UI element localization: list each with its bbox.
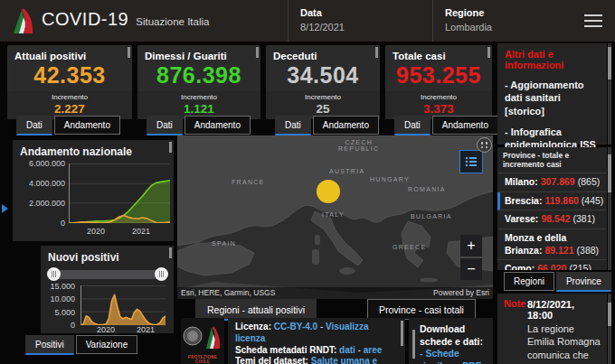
menu-icon[interactable] (584, 14, 602, 27)
temi-label: Temi del dataset: (235, 356, 308, 364)
card-attuali-positivi: Attuali positivi 42.353 Incremento 2.227 (7, 45, 132, 115)
metadata-aree-link[interactable]: aree (364, 345, 383, 355)
header-divider (288, 0, 289, 42)
time-range-slider[interactable] (53, 270, 162, 279)
panel-download: Download schede e dati: - Schede riepilo… (409, 318, 493, 364)
panel-note: Note 8/12/2021, 18:00 La regione Emilia … (497, 294, 607, 364)
card-dimessi-guariti: Dimessi / Guariti 876.398 Incremento 1.1… (137, 45, 260, 115)
nuovi-positivi-chart[interactable] (80, 285, 166, 325)
province-name: Brescia: (505, 195, 542, 206)
scrollbar[interactable] (608, 147, 611, 270)
scrollbar[interactable] (608, 43, 611, 145)
separator: - (317, 322, 326, 331)
download-pdf-link[interactable]: - Schede riepilogo PDF (420, 348, 486, 364)
tab-andamento[interactable]: Andamento (432, 116, 498, 135)
tab-variazione[interactable]: Variazione (76, 335, 138, 354)
header-date: Data 8/12/2021 (300, 7, 345, 33)
province-row-milano[interactable]: Milano:307.869(865) (497, 173, 607, 192)
download-title: Download schede e dati: (420, 323, 486, 348)
map-tabs: Regioni - attuali positivi Province - ca… (195, 299, 476, 318)
card-scrollbar[interactable] (487, 47, 490, 58)
province-row-monza[interactable]: Monza e della Brianza:89.121(388) (497, 229, 607, 260)
map-label-romania: ROMANIA (408, 186, 446, 192)
province-panel-title: Province - totale e incremento casi (497, 147, 607, 173)
panel-scrollbar[interactable] (401, 321, 403, 346)
map-label-hungary: HUNGARY (370, 176, 410, 182)
tab-dati[interactable]: Dati (16, 116, 52, 135)
tab-andamento[interactable]: Andamento (313, 116, 379, 135)
y-tick: 2.000.000 (18, 199, 65, 208)
link-aggiornamento-dati[interactable]: - Aggiornamento dati sanitari [storico] (505, 79, 600, 117)
tab-province-casi-totali[interactable]: Province - casi totali (367, 299, 476, 320)
slider-handle-right[interactable] (155, 267, 168, 281)
card-scrollbar[interactable] (128, 47, 130, 58)
increment-label: Incremento (385, 93, 492, 101)
header-region: Regione Lombardia (445, 7, 492, 33)
panel-scrollbar[interactable] (169, 142, 172, 153)
note-timestamp: 8/12/2021, 18:00 (527, 299, 601, 321)
tab-province[interactable]: Province (556, 272, 611, 292)
card-scrollbar[interactable] (375, 47, 378, 58)
header: COVID-19 Situazione Italia Data 8/12/202… (0, 0, 615, 42)
map-label-czech: CZECH REPUBLIC (338, 139, 379, 152)
tab-dati[interactable]: Dati (275, 116, 311, 135)
scrollbar[interactable] (608, 294, 611, 364)
map-legend-button[interactable] (459, 150, 483, 173)
license-line: Licenza: CC-BY-4.0 - Visualizza licenza (235, 322, 398, 345)
metadata-label: Scheda metadati RNDT: (235, 345, 336, 355)
card-deceduti: Deceduti 34.504 Incremento 25 (266, 45, 380, 115)
map-label-austria: AUSTRIA (329, 168, 364, 174)
panel-scrollbar[interactable] (169, 247, 172, 258)
province-increment: (865) (578, 176, 601, 187)
province-row-varese[interactable]: Varese:98.542(381) (497, 210, 607, 229)
province-total: 307.869 (541, 176, 575, 187)
metadata-dati-link[interactable]: dati (339, 345, 355, 355)
attribution-text: Esri, HERE, Garmin, USGS (181, 287, 275, 299)
protezione-civile-logo: PROTEZIONE CIVILE (181, 318, 224, 364)
y-tick: 5.000 (44, 308, 75, 317)
x-tick: 2020 (87, 227, 105, 236)
andamento-nazionale-chart[interactable] (69, 163, 170, 223)
license-label: Licenza: (235, 322, 271, 331)
card-title: Attuali positivi (7, 45, 132, 61)
note-text: La regione Emilia Romagna comunica che d… (527, 322, 601, 364)
increment-label: Incremento (137, 93, 260, 101)
map-move-icon[interactable] (477, 137, 492, 153)
tab-dati[interactable]: Dati (147, 116, 183, 135)
increment-label: Incremento (7, 93, 132, 101)
card-tabs: Dati Andamento (16, 116, 120, 135)
tab-positivi[interactable]: Positivi (25, 335, 74, 355)
zoom-out-button[interactable]: − (460, 258, 482, 280)
tab-dati[interactable]: Dati (394, 116, 430, 135)
province-total: 89.121 (544, 245, 573, 256)
zoom-in-button[interactable]: + (460, 235, 482, 257)
card-title: Totale casi (385, 45, 492, 61)
sidebar-expander-icon[interactable] (2, 204, 8, 213)
app-title: COVID-19 Situazione Italia (42, 9, 209, 30)
card-tabs: Dati Andamento (394, 116, 498, 135)
tab-regioni[interactable]: Regioni (504, 272, 554, 291)
license-link[interactable]: CC-BY-4.0 (274, 322, 317, 331)
y-tick: 10.000 (44, 294, 75, 303)
y-tick: 6.000.000 (18, 159, 65, 168)
card-value: 42.353 (7, 62, 132, 89)
chart-title: Nuovi positivi (41, 246, 174, 264)
x-tick: 2021 (132, 227, 150, 236)
card-value: 34.504 (266, 62, 380, 89)
panel-province: Province - totale e incremento casi Mila… (497, 147, 607, 270)
map-label-spain: SPAIN (212, 240, 236, 247)
province-row-brescia[interactable]: Brescia:119.860(445) (497, 192, 607, 211)
date-value: 8/12/2021 (300, 22, 345, 33)
lombardia-bubble (317, 180, 340, 203)
tab-andamento[interactable]: Andamento (54, 116, 120, 135)
region-value: Lombardia (445, 22, 492, 33)
panel-nuovi-positivi: Nuovi positivi 15.000 10.000 5.000 0 202… (41, 246, 174, 333)
province-row-como[interactable]: Como:66.020(215) (497, 260, 607, 270)
tab-andamento[interactable]: Andamento (184, 116, 251, 135)
card-scrollbar[interactable] (256, 47, 259, 58)
slider-handle-left[interactable] (47, 267, 61, 281)
panel-scrollbar[interactable] (412, 330, 415, 359)
map-label-italy: ITALY (322, 211, 345, 218)
y-tick: 0 (18, 219, 65, 228)
europe-map[interactable]: FRANCE CZECH REPUBLIC AUSTRIA HUNGARY RO… (177, 135, 493, 299)
